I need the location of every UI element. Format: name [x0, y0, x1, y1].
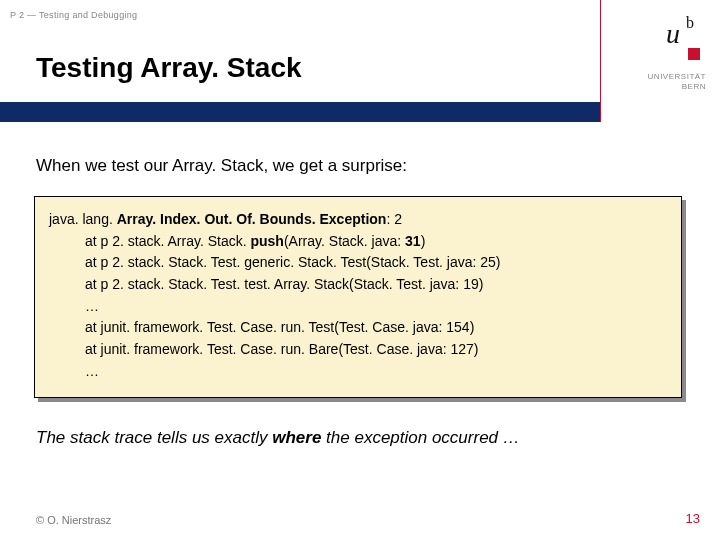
trace-text: : 2 — [386, 211, 402, 227]
trace-text: at p 2. stack. Array. Stack. — [85, 233, 250, 249]
trace-line-1: java. lang. Array. Index. Out. Of. Bound… — [49, 209, 667, 231]
slide: P 2 — Testing and Debugging Testing Arra… — [0, 0, 720, 540]
page-title: Testing Array. Stack — [36, 52, 302, 84]
trace-method: push — [250, 233, 283, 249]
page-number: 13 — [686, 511, 700, 526]
logo-b-glyph: b — [686, 14, 694, 32]
trace-line-no: 31 — [405, 233, 421, 249]
logo-u-glyph: u — [666, 18, 680, 50]
conclusion-text: The stack trace tells us exactly where t… — [36, 428, 520, 448]
logo-square-icon — [688, 48, 700, 60]
trace-line-2: at p 2. stack. Array. Stack. push(Array.… — [49, 231, 667, 253]
breadcrumb: P 2 — Testing and Debugging — [10, 10, 137, 20]
logo-uni-text: UNIVERSITÄT — [648, 72, 706, 81]
trace-line-8: … — [49, 361, 667, 383]
logo: u b UNIVERSITÄT BERN — [601, 0, 720, 122]
trace-line-5: … — [49, 296, 667, 318]
stack-trace-box: java. lang. Array. Index. Out. Of. Bound… — [34, 196, 682, 398]
logo-bern-text: BERN — [682, 82, 706, 91]
concl-post: the exception occurred … — [321, 428, 519, 447]
navy-bar — [0, 102, 600, 122]
copyright: © O. Nierstrasz — [36, 514, 111, 526]
concl-bold: where — [272, 428, 321, 447]
trace-line-6: at junit. framework. Test. Case. run. Te… — [49, 317, 667, 339]
intro-text: When we test our Array. Stack, we get a … — [36, 156, 407, 176]
trace-text: (Array. Stack. java: — [284, 233, 405, 249]
trace-line-3: at p 2. stack. Stack. Test. generic. Sta… — [49, 252, 667, 274]
trace-text: ) — [421, 233, 426, 249]
trace-line-4: at p 2. stack. Stack. Test. test. Array.… — [49, 274, 667, 296]
concl-pre: The stack trace tells us exactly — [36, 428, 272, 447]
header-band: P 2 — Testing and Debugging Testing Arra… — [0, 0, 600, 102]
trace-text: java. lang. — [49, 211, 117, 227]
trace-line-7: at junit. framework. Test. Case. run. Ba… — [49, 339, 667, 361]
trace-exception-class: Array. Index. Out. Of. Bounds. Exception — [117, 211, 387, 227]
